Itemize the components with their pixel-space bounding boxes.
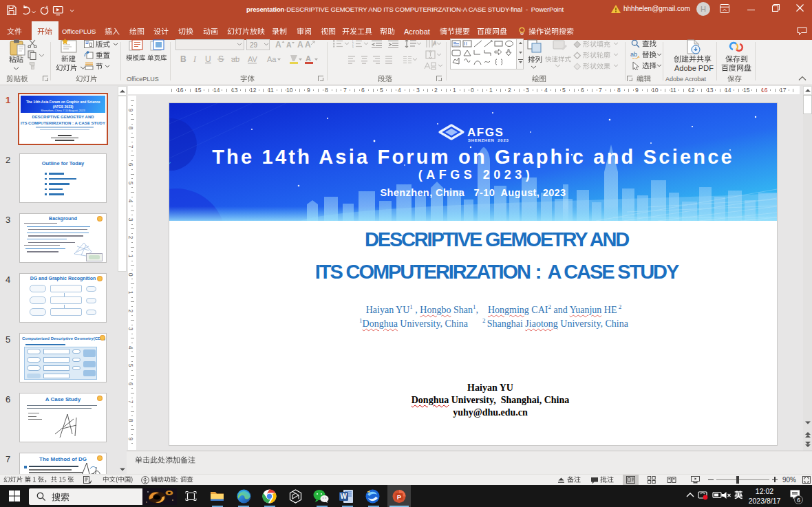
svg-text:A: A xyxy=(275,40,281,50)
svg-text:A: A xyxy=(286,41,292,49)
svg-text:Aa: Aa xyxy=(267,55,277,63)
svg-text:AFGS: AFGS xyxy=(467,126,504,139)
svg-text:A: A xyxy=(297,40,303,50)
svg-text:W: W xyxy=(341,493,348,500)
svg-text:AV: AV xyxy=(248,55,258,63)
svg-text:SHENZHEN 2023: SHENZHEN 2023 xyxy=(468,138,509,142)
svg-text:I: I xyxy=(193,54,197,64)
svg-text:ab: ab xyxy=(231,55,239,63)
svg-text:P: P xyxy=(397,493,402,501)
svg-text:3: 3 xyxy=(352,45,354,48)
svg-text:B: B xyxy=(180,54,186,64)
svg-text:A: A xyxy=(305,40,311,50)
svg-text:A: A xyxy=(306,55,311,63)
svg-text:ab: ab xyxy=(630,51,637,58)
svg-text:U: U xyxy=(205,54,211,64)
